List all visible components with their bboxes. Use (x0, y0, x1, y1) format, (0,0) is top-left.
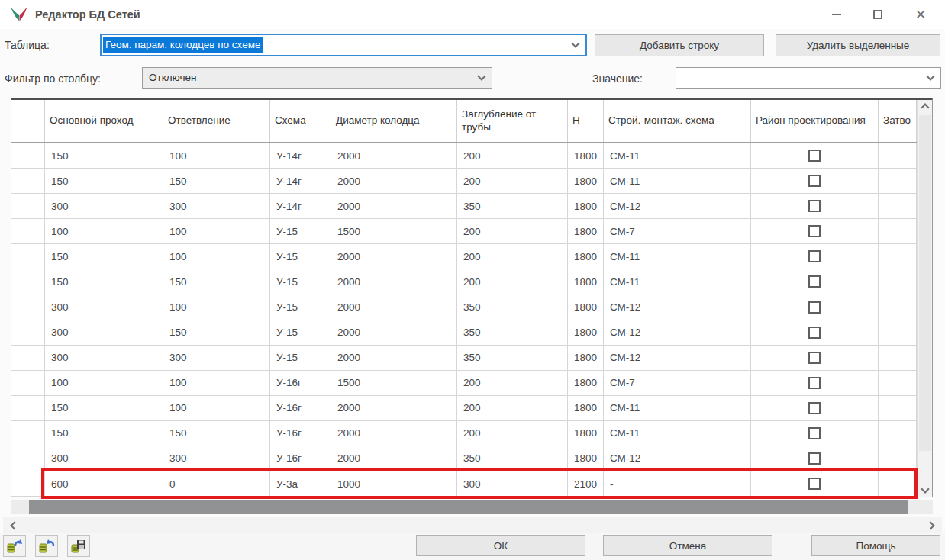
table-cell[interactable]: 150 (45, 169, 163, 193)
table-cell-rayon[interactable] (751, 346, 879, 370)
table-cell[interactable]: СМ-11 (604, 244, 751, 269)
table-row[interactable]: 150150У-1520002001800СМ-11 (11, 269, 917, 294)
table-cell[interactable]: 300 (45, 320, 163, 345)
table-cell[interactable]: 100 (163, 143, 270, 168)
table-row[interactable]: 300300У-16г20003501800СМ-12 (11, 446, 917, 471)
table-cell-rayon[interactable] (751, 471, 879, 496)
table-cell-zatvor[interactable] (879, 269, 917, 294)
table-cell[interactable]: 150 (45, 269, 163, 294)
table-cell[interactable]: 350 (457, 320, 568, 345)
table-cell[interactable]: У-15 (270, 219, 331, 243)
table-cell[interactable]: 1500 (331, 371, 457, 395)
table-cell[interactable]: У-15 (270, 269, 331, 294)
table-cell[interactable]: 200 (457, 396, 568, 420)
rayon-checkbox[interactable] (808, 402, 821, 414)
table-cell[interactable]: 2000 (331, 446, 457, 471)
table-cell[interactable]: У-15 (270, 294, 331, 319)
rayon-checkbox[interactable] (808, 150, 821, 162)
column-header-9[interactable]: Затво (879, 100, 917, 142)
row-selector[interactable] (11, 143, 45, 168)
scroll-down-button[interactable] (918, 482, 933, 496)
row-selector[interactable] (11, 244, 45, 269)
table-row[interactable]: 150100У-16г20002001800СМ-11 (11, 396, 917, 421)
rayon-checkbox[interactable] (808, 250, 821, 262)
table-cell[interactable]: 300 (457, 471, 568, 496)
table-cell-rayon[interactable] (751, 219, 879, 243)
table-cell[interactable]: У-14г (270, 143, 331, 168)
table-cell-zatvor[interactable] (879, 371, 917, 395)
ok-button[interactable]: ОК (416, 535, 585, 556)
table-row[interactable]: 300100У-1520003501800СМ-12 (11, 294, 917, 320)
table-cell-rayon[interactable] (751, 320, 879, 345)
table-cell[interactable]: СМ-11 (604, 143, 751, 168)
table-cell-zatvor[interactable] (879, 169, 917, 193)
rayon-checkbox[interactable] (808, 452, 821, 465)
table-cell-zatvor[interactable] (879, 320, 917, 345)
rayon-checkbox[interactable] (808, 275, 821, 288)
table-cell[interactable]: 100 (163, 294, 270, 319)
table-cell[interactable]: 150 (45, 244, 163, 269)
table-cell[interactable]: У-14г (270, 194, 331, 218)
db-redo-button[interactable] (35, 535, 58, 557)
table-cell[interactable]: 150 (163, 269, 270, 294)
table-row[interactable]: 150150У-16г20002001800СМ-11 (11, 421, 917, 446)
rayon-checkbox[interactable] (808, 175, 821, 187)
close-button[interactable]: ✕ (904, 0, 937, 29)
help-button[interactable]: Помощь (811, 535, 940, 556)
table-cell-zatvor[interactable] (879, 244, 917, 269)
table-cell[interactable]: СМ-11 (604, 269, 751, 294)
row-selector[interactable] (11, 396, 45, 420)
table-cell-rayon[interactable] (751, 194, 879, 218)
table-cell-zatvor[interactable] (879, 396, 917, 420)
table-cell[interactable]: 100 (163, 396, 270, 420)
table-cell[interactable]: У-15 (270, 320, 331, 345)
table-cell[interactable]: 2000 (331, 294, 457, 319)
column-header-2[interactable]: Ответвление (163, 100, 270, 142)
table-cell[interactable]: 2000 (331, 194, 457, 218)
table-cell[interactable]: 300 (45, 294, 163, 319)
table-cell[interactable]: 150 (163, 421, 270, 446)
table-cell[interactable]: 300 (45, 446, 163, 471)
table-cell[interactable]: 100 (163, 371, 270, 395)
table-cell[interactable]: - (604, 471, 751, 496)
table-cell[interactable]: 150 (45, 143, 163, 168)
filter-select[interactable]: Отключен (142, 67, 492, 89)
rayon-checkbox[interactable] (808, 427, 821, 439)
column-header-4[interactable]: Диаметр колодца (331, 100, 457, 142)
panel-horizontal-scrollbar[interactable] (3, 517, 942, 533)
table-cell[interactable]: 200 (457, 421, 568, 446)
table-cell[interactable]: 100 (163, 219, 270, 243)
scroll-up-button[interactable] (918, 101, 933, 114)
maximize-button[interactable] (861, 0, 895, 29)
table-cell-rayon[interactable] (751, 396, 879, 420)
table-cell-zatvor[interactable] (879, 421, 917, 446)
table-cell-zatvor[interactable] (879, 219, 917, 243)
table-cell[interactable]: У-14г (270, 169, 331, 193)
row-selector[interactable] (11, 169, 45, 193)
table-cell-zatvor[interactable] (879, 471, 917, 496)
row-selector[interactable] (11, 346, 45, 370)
row-selector[interactable] (11, 194, 45, 218)
table-cell-rayon[interactable] (751, 143, 879, 168)
table-cell[interactable]: 1800 (568, 219, 604, 243)
table-cell[interactable]: 2000 (331, 244, 457, 269)
table-cell[interactable]: СМ-11 (604, 421, 751, 446)
minimize-button[interactable] (820, 0, 853, 29)
grid-horizontal-scrollbar[interactable] (11, 500, 933, 514)
table-cell[interactable]: 2100 (568, 471, 604, 496)
table-cell[interactable]: 2000 (331, 269, 457, 294)
table-cell[interactable]: 2000 (331, 169, 457, 193)
rayon-checkbox[interactable] (808, 352, 821, 364)
table-row[interactable]: 300150У-1520003501800СМ-12 (11, 320, 917, 346)
table-cell[interactable]: 100 (45, 219, 163, 243)
table-cell[interactable]: 600 (45, 471, 163, 496)
rayon-checkbox[interactable] (808, 377, 821, 389)
table-cell[interactable]: 1800 (568, 346, 604, 370)
table-cell[interactable]: У-16г (270, 396, 331, 420)
table-cell[interactable]: 1800 (568, 169, 604, 193)
table-row[interactable]: 150100У-14г20002001800СМ-11 (11, 143, 917, 169)
table-row[interactable]: 150150У-14г20002001800СМ-11 (11, 169, 917, 194)
column-header-1[interactable]: Основной проход (45, 100, 163, 142)
vertical-scrollbar[interactable] (917, 100, 932, 497)
table-row[interactable]: 100100У-1515002001800СМ-7 (11, 219, 917, 244)
